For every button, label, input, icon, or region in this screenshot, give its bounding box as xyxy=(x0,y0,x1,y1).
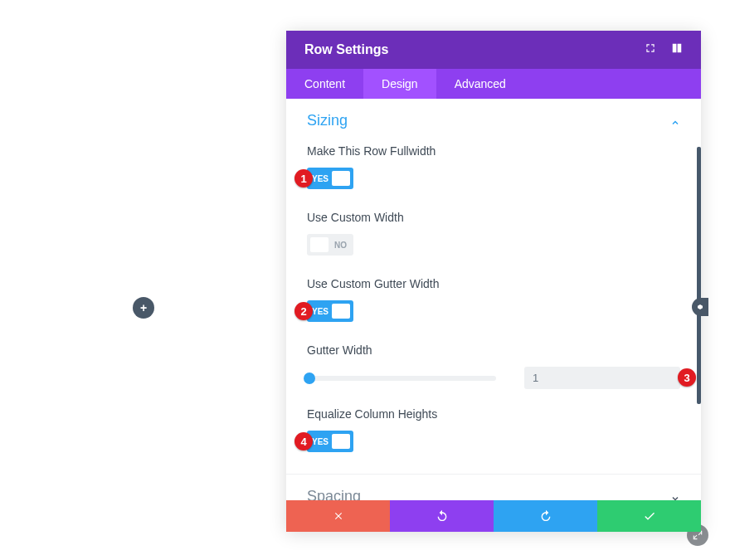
panel-header: Row Settings xyxy=(286,31,701,69)
tab-design[interactable]: Design xyxy=(363,69,436,99)
section-spacing-title: Spacing xyxy=(307,488,361,500)
section-spacing: Spacing xyxy=(286,475,701,500)
redo-button[interactable] xyxy=(494,500,597,532)
chevron-down-icon xyxy=(670,492,680,501)
footer-actions xyxy=(286,500,701,532)
section-sizing: Sizing Make This Row Fullwidth 1 YES xyxy=(286,99,701,475)
slider-thumb[interactable] xyxy=(304,373,315,384)
save-button[interactable] xyxy=(597,500,701,532)
section-sizing-title: Sizing xyxy=(307,112,348,129)
undo-button[interactable] xyxy=(390,500,494,532)
tab-advanced[interactable]: Advanced xyxy=(436,69,524,99)
gutter-width-label: Gutter Width xyxy=(307,343,680,357)
fullwidth-toggle[interactable]: YES xyxy=(307,168,353,189)
custom-gutter-label: Use Custom Gutter Width xyxy=(307,277,680,290)
custom-width-toggle[interactable]: NO xyxy=(307,234,353,256)
custom-gutter-toggle[interactable]: YES xyxy=(307,300,353,322)
custom-width-label: Use Custom Width xyxy=(307,211,680,224)
tab-content[interactable]: Content xyxy=(286,69,363,99)
cancel-button[interactable] xyxy=(286,500,390,532)
section-spacing-header[interactable]: Spacing xyxy=(307,488,680,500)
field-custom-gutter: Use Custom Gutter Width 2 YES xyxy=(307,277,680,325)
chevron-up-icon xyxy=(670,116,680,126)
annotation-3: 3 xyxy=(678,368,696,387)
field-fullwidth: Make This Row Fullwidth 1 YES xyxy=(307,144,680,192)
equalize-label: Equalize Column Heights xyxy=(307,407,680,421)
equalize-toggle[interactable]: YES xyxy=(307,431,353,452)
panel-body: Sizing Make This Row Fullwidth 1 YES xyxy=(286,99,701,500)
panel-title: Row Settings xyxy=(304,42,388,57)
snap-icon[interactable] xyxy=(671,42,683,57)
tabs-bar: Content Design Advanced xyxy=(286,69,701,99)
add-section-button[interactable] xyxy=(133,297,154,319)
toggle-thumb xyxy=(332,434,350,449)
panel-resize-handle-right[interactable] xyxy=(692,298,708,316)
expand-icon[interactable] xyxy=(645,42,656,57)
section-sizing-header[interactable]: Sizing xyxy=(307,112,680,129)
toggle-thumb xyxy=(332,304,350,319)
gutter-width-slider[interactable] xyxy=(307,376,496,381)
field-gutter-width: Gutter Width 3 xyxy=(307,343,680,389)
field-equalize: Equalize Column Heights 4 YES xyxy=(307,407,680,455)
field-custom-width: Use Custom Width NO xyxy=(307,211,680,259)
fullwidth-label: Make This Row Fullwidth xyxy=(307,144,680,158)
toggle-thumb xyxy=(332,171,350,186)
row-settings-panel: Row Settings Content Design Advanced Siz… xyxy=(286,31,701,532)
toggle-thumb xyxy=(310,237,328,252)
gutter-width-input[interactable] xyxy=(524,367,680,389)
